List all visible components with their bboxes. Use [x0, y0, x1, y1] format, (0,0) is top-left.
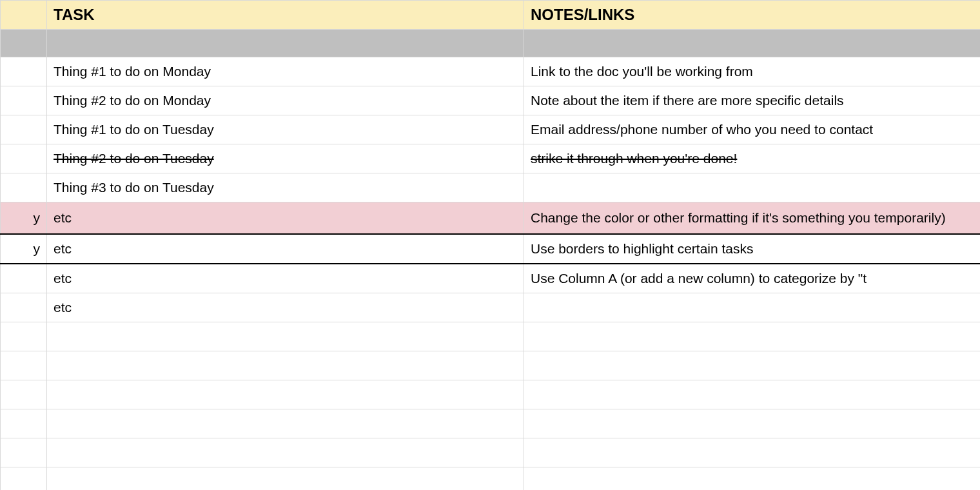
- table-row: [1, 438, 981, 467]
- task-text: Thing #3 to do on Tuesday: [54, 180, 214, 195]
- table-row: [1, 351, 981, 380]
- table-row: yetcUse borders to highlight certain tas…: [1, 234, 981, 264]
- empty-cell[interactable]: [1, 351, 47, 380]
- empty-cell[interactable]: [1, 467, 47, 491]
- task-text: etc: [54, 300, 72, 315]
- spacer-cell[interactable]: [1, 30, 47, 57]
- col-a-cell[interactable]: [1, 173, 47, 202]
- empty-cell[interactable]: [47, 380, 524, 409]
- empty-cell[interactable]: [1, 380, 47, 409]
- empty-cell[interactable]: [524, 467, 981, 491]
- spacer-cell[interactable]: [47, 30, 524, 57]
- spacer-cell[interactable]: [524, 30, 981, 57]
- notes-text: Link to the doc you'll be working from: [531, 64, 753, 79]
- table-row: yetcChange the color or other formatting…: [1, 202, 981, 235]
- header-col-a[interactable]: [1, 1, 47, 30]
- notes-text: Use borders to highlight certain tasks: [531, 241, 754, 256]
- col-a-cell[interactable]: [1, 293, 47, 322]
- empty-cell[interactable]: [524, 322, 981, 351]
- header-task[interactable]: TASK: [47, 1, 524, 30]
- header-row: TASKNOTES/LINKS: [1, 1, 981, 30]
- task-text: Thing #2 to do on Tuesday: [54, 151, 214, 166]
- spreadsheet-table[interactable]: TASKNOTES/LINKSThing #1 to do on MondayL…: [0, 0, 980, 490]
- task-cell[interactable]: etc: [47, 234, 524, 264]
- notes-text: Email address/phone number of who you ne…: [531, 122, 873, 137]
- task-text: Thing #1 to do on Monday: [54, 64, 211, 79]
- table-row: [1, 380, 981, 409]
- empty-cell[interactable]: [47, 438, 524, 467]
- table-row: [1, 467, 981, 491]
- task-text: etc: [54, 271, 72, 286]
- empty-cell[interactable]: [47, 351, 524, 380]
- empty-cell[interactable]: [1, 438, 47, 467]
- table-row: Thing #2 to do on Tuesdaystrike it throu…: [1, 144, 981, 173]
- empty-cell[interactable]: [524, 438, 981, 467]
- empty-cell[interactable]: [47, 467, 524, 491]
- table-row: Thing #2 to do on MondayNote about the i…: [1, 86, 981, 115]
- empty-cell[interactable]: [1, 322, 47, 351]
- col-a-cell[interactable]: [1, 264, 47, 293]
- notes-cell[interactable]: Change the color or other formatting if …: [524, 202, 981, 235]
- empty-cell[interactable]: [47, 322, 524, 351]
- notes-text: Change the color or other formatting if …: [531, 210, 946, 225]
- task-cell[interactable]: Thing #1 to do on Tuesday: [47, 115, 524, 144]
- table-row: [1, 409, 981, 438]
- table-row: etcUse Column A (or add a new column) to…: [1, 264, 981, 293]
- notes-text: strike it through when you're done!: [531, 151, 737, 166]
- table-row: [1, 322, 981, 351]
- task-text: etc: [54, 241, 72, 256]
- col-a-cell[interactable]: [1, 57, 47, 86]
- task-cell[interactable]: etc: [47, 202, 524, 235]
- col-a-cell[interactable]: y: [1, 202, 47, 235]
- notes-cell[interactable]: Note about the item if there are more sp…: [524, 86, 981, 115]
- task-cell[interactable]: Thing #2 to do on Monday: [47, 86, 524, 115]
- table-row: Thing #3 to do on Tuesday: [1, 173, 981, 202]
- col-a-cell[interactable]: [1, 144, 47, 173]
- col-a-cell[interactable]: y: [1, 234, 47, 264]
- empty-cell[interactable]: [524, 409, 981, 438]
- col-a-cell[interactable]: [1, 86, 47, 115]
- table-row: Thing #1 to do on MondayLink to the doc …: [1, 57, 981, 86]
- col-a-cell[interactable]: [1, 115, 47, 144]
- task-cell[interactable]: etc: [47, 264, 524, 293]
- task-cell[interactable]: Thing #2 to do on Tuesday: [47, 144, 524, 173]
- notes-cell[interactable]: Email address/phone number of who you ne…: [524, 115, 981, 144]
- empty-cell[interactable]: [47, 409, 524, 438]
- notes-cell[interactable]: Use Column A (or add a new column) to ca…: [524, 264, 981, 293]
- notes-cell[interactable]: [524, 173, 981, 202]
- table-row: etc: [1, 293, 981, 322]
- task-text: Thing #1 to do on Tuesday: [54, 122, 214, 137]
- task-cell[interactable]: etc: [47, 293, 524, 322]
- table-row: [1, 30, 981, 57]
- notes-cell[interactable]: Link to the doc you'll be working from: [524, 57, 981, 86]
- empty-cell[interactable]: [524, 351, 981, 380]
- table-row: Thing #1 to do on TuesdayEmail address/p…: [1, 115, 981, 144]
- notes-cell[interactable]: strike it through when you're done!: [524, 144, 981, 173]
- notes-cell[interactable]: Use borders to highlight certain tasks: [524, 234, 981, 264]
- notes-cell[interactable]: [524, 293, 981, 322]
- task-text: etc: [54, 210, 72, 225]
- notes-text: Use Column A (or add a new column) to ca…: [531, 271, 867, 286]
- notes-text: Note about the item if there are more sp…: [531, 93, 844, 108]
- header-notes[interactable]: NOTES/LINKS: [524, 1, 981, 30]
- task-cell[interactable]: Thing #1 to do on Monday: [47, 57, 524, 86]
- empty-cell[interactable]: [1, 409, 47, 438]
- empty-cell[interactable]: [524, 380, 981, 409]
- task-text: Thing #2 to do on Monday: [54, 93, 211, 108]
- task-cell[interactable]: Thing #3 to do on Tuesday: [47, 173, 524, 202]
